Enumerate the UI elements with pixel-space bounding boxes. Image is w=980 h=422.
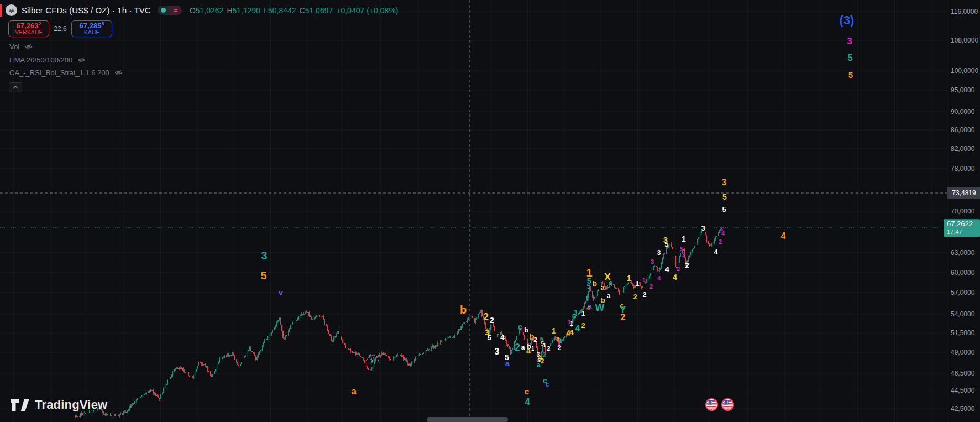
elliott-wave-label[interactable]: 4 xyxy=(500,333,505,342)
economic-event-us-flag-icon[interactable] xyxy=(721,398,734,411)
elliott-wave-label[interactable]: 2 xyxy=(677,265,680,272)
elliott-wave-label[interactable]: 2 xyxy=(643,291,647,299)
eye-off-icon[interactable] xyxy=(77,56,86,64)
horizontal-scrollbar-thumb[interactable] xyxy=(427,417,508,422)
elliott-wave-label[interactable]: 3 xyxy=(651,258,654,265)
indicator-row[interactable]: CA_-_RSI_Bol_Strat_1.1 6 200 xyxy=(9,69,123,77)
elliott-wave-label[interactable]: c xyxy=(525,387,529,396)
crosshair-price-label: 73,4819 xyxy=(947,187,980,199)
elliott-wave-label[interactable]: 4 xyxy=(781,231,786,241)
elliott-wave-label[interactable]: 2 xyxy=(541,357,544,365)
indicator-label: CA_-_RSI_Bol_Strat_1.1 6 200 xyxy=(9,69,109,77)
elliott-wave-label[interactable]: 5 xyxy=(680,246,683,252)
market-status-pill[interactable]: ≈ xyxy=(158,6,182,15)
elliott-wave-label[interactable]: 2 xyxy=(490,315,494,325)
elliott-wave-label[interactable]: 2 xyxy=(719,238,722,245)
elliott-wave-label[interactable]: c xyxy=(609,278,612,286)
change-value: +0,0407 (+0,08%) xyxy=(336,6,398,15)
indicator-row[interactable]: Vol xyxy=(9,43,33,51)
economic-event-us-flag-icon[interactable] xyxy=(705,398,718,411)
chart-header: Silber CFDs (US$ / OZ) · 1h · TVC ≈ O51,… xyxy=(6,4,398,16)
elliott-wave-label[interactable]: 4 xyxy=(721,231,725,237)
symbol-title[interactable]: Silber CFDs (US$ / OZ) · 1h · TVC xyxy=(22,6,151,15)
elliott-wave-label[interactable]: b xyxy=(524,326,528,334)
elliott-wave-label[interactable]: 1 xyxy=(531,346,534,352)
legend-collapse-button[interactable] xyxy=(9,82,22,92)
elliott-wave-label[interactable]: v xyxy=(279,288,283,297)
elliott-wave-label[interactable]: 4 xyxy=(714,248,717,256)
elliott-wave-label[interactable]: 4 xyxy=(673,273,677,282)
elliott-wave-label[interactable]: 4 xyxy=(525,397,530,408)
elliott-wave-label[interactable]: 2 xyxy=(633,293,637,301)
sell-button[interactable]: 67,2632 VERKAUF xyxy=(8,20,49,37)
price-tick: 100,0000 xyxy=(951,67,978,75)
tradingview-logo-icon xyxy=(11,399,30,411)
elliott-wave-label[interactable]: 1 xyxy=(543,342,546,348)
elliott-wave-label[interactable]: 2 xyxy=(534,336,537,343)
elliott-wave-label[interactable]: 2 xyxy=(620,312,625,323)
elliott-wave-label[interactable]: a xyxy=(607,292,611,300)
elliott-wave-label[interactable]: a xyxy=(351,386,356,397)
elliott-wave-label[interactable]: 4 xyxy=(569,328,574,337)
watermark-text: TradingView xyxy=(35,398,107,412)
elliott-wave-label[interactable]: a xyxy=(536,361,540,369)
elliott-wave-label[interactable]: 1 xyxy=(570,321,573,327)
elliott-wave-label[interactable]: 3 xyxy=(495,347,500,357)
elliott-wave-label[interactable]: 5 xyxy=(722,192,727,201)
elliott-wave-label[interactable]: 3 xyxy=(261,249,267,262)
elliott-wave-label[interactable]: 3 xyxy=(847,36,852,47)
elliott-wave-label[interactable]: 2 xyxy=(515,342,520,353)
elliott-wave-label[interactable]: 1 xyxy=(627,273,631,283)
eye-off-icon[interactable] xyxy=(114,69,123,77)
elliott-wave-label[interactable]: 5 xyxy=(572,313,575,320)
price-axis[interactable]: 116,0000108,0000100,000095,000090,000086… xyxy=(947,0,980,422)
elliott-wave-label[interactable]: 1 xyxy=(636,280,640,288)
elliott-wave-label[interactable]: 5 xyxy=(487,334,491,342)
price-tick: 42,5000 xyxy=(951,405,974,413)
elliott-wave-label[interactable]: 5 xyxy=(722,205,726,213)
elliott-wave-label[interactable]: 4 xyxy=(682,253,685,259)
elliott-wave-label[interactable]: 3 xyxy=(701,224,705,232)
elliott-wave-label[interactable]: 1 xyxy=(642,277,646,283)
elliott-wave-label[interactable]: 2 xyxy=(483,311,489,323)
elliott-wave-label[interactable]: a xyxy=(601,284,605,291)
elliott-wave-label[interactable]: 5 xyxy=(260,269,266,282)
spread-value: 22,6 xyxy=(49,25,71,33)
elliott-wave-label[interactable]: W xyxy=(595,302,605,314)
elliott-wave-label[interactable]: 4 xyxy=(657,275,661,282)
bar-countdown: 17:47 xyxy=(947,228,980,236)
elliott-wave-label[interactable]: 2 xyxy=(685,261,689,270)
elliott-wave-label[interactable]: a xyxy=(505,358,510,368)
elliott-wave-label[interactable]: 4 xyxy=(586,305,590,311)
elliott-wave-label[interactable]: 5 xyxy=(847,53,852,64)
elliott-wave-label[interactable]: 2 xyxy=(581,321,585,330)
buy-button[interactable]: 67,2858 KAUF xyxy=(71,20,112,37)
elliott-wave-label[interactable]: b xyxy=(460,304,467,316)
elliott-wave-label[interactable]: b xyxy=(593,279,597,288)
elliott-wave-label[interactable]: 5 xyxy=(586,282,590,290)
elliott-wave-label[interactable]: a xyxy=(521,343,525,351)
elliott-wave-label[interactable]: 2 xyxy=(558,344,562,352)
elliott-wave-label[interactable]: 5 xyxy=(848,70,853,80)
elliott-wave-label[interactable]: 3 xyxy=(722,178,727,187)
elliott-wave-label[interactable]: 1 xyxy=(552,326,556,335)
chart-pane[interactable] xyxy=(0,0,980,422)
elliott-wave-label[interactable]: (3) xyxy=(840,13,855,28)
elliott-wave-label[interactable]: 4 xyxy=(576,324,580,332)
price-tick: 57,0000 xyxy=(951,289,974,296)
elliott-wave-label[interactable]: a xyxy=(526,346,531,355)
eye-off-icon[interactable] xyxy=(24,43,33,51)
elliott-wave-label[interactable]: 1 xyxy=(682,235,686,243)
elliott-wave-label[interactable]: 1 xyxy=(581,310,585,317)
price-tick: 70,0000 xyxy=(951,207,974,215)
elliott-wave-label[interactable]: 5 xyxy=(665,241,669,248)
elliott-wave-label[interactable]: 3 xyxy=(657,249,661,257)
elliott-wave-label[interactable]: c xyxy=(545,380,549,388)
elliott-wave-label[interactable]: 2 xyxy=(649,283,653,290)
symbol-logo-icon xyxy=(6,4,17,16)
elliott-wave-label[interactable]: 4 xyxy=(665,265,669,274)
indicator-row[interactable]: EMA 20/50/100/200 xyxy=(9,56,86,64)
elliott-wave-label[interactable]: c xyxy=(586,294,590,301)
elliott-wave-label[interactable]: c xyxy=(518,322,522,331)
elliott-wave-label[interactable]: 2 xyxy=(547,345,550,352)
